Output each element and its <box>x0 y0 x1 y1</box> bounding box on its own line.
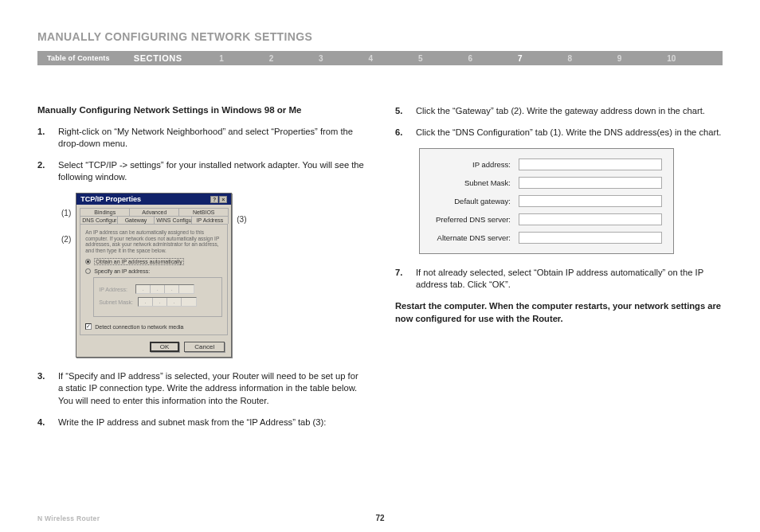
nav-section-3[interactable]: 3 <box>319 54 323 63</box>
section-nav: Table of Contents SECTIONS 12345678910 <box>37 51 723 65</box>
form-label: Preferred DNS server: <box>431 215 519 224</box>
dialog-figure: (1) (2) TCP/IP Properties ? × Bindings <box>61 193 365 358</box>
form-label: IP address: <box>431 160 519 169</box>
step-2: 2.Select “TCP/IP -> settings” for your i… <box>37 159 365 183</box>
nav-section-7[interactable]: 7 <box>518 54 523 63</box>
radio-specify[interactable]: Specify an IP address: <box>85 268 222 274</box>
callout-1: (1) <box>61 209 71 217</box>
tab-advanced[interactable]: Advanced <box>129 208 179 216</box>
nav-section-9[interactable]: 9 <box>617 54 622 63</box>
step-3: 3.If “Specify and IP address” is selecte… <box>37 370 365 406</box>
restart-note: Restart the computer. When the computer … <box>395 300 723 324</box>
nav-section-6[interactable]: 6 <box>468 54 472 63</box>
form-label: Subnet Mask: <box>431 178 519 187</box>
form-input[interactable] <box>519 232 662 244</box>
nav-section-5[interactable]: 5 <box>418 54 423 63</box>
dialog-titlebar: TCP/IP Properties ? × <box>76 194 231 205</box>
step-6: 6.Click the “DNS Configuration” tab (1).… <box>395 127 723 139</box>
subnet-mask-label: Subnet Mask: <box>99 299 133 305</box>
subheading: Manually Configuring Network Settings in… <box>37 105 365 115</box>
nav-sections-label: SECTIONS <box>119 53 197 63</box>
dialog-description: An IP address can be automatically assig… <box>85 229 222 253</box>
callouts-left: (1) (2) <box>61 209 71 261</box>
radio-icon <box>85 259 91 264</box>
form-row: Subnet Mask: <box>431 177 662 189</box>
radio-obtain-auto[interactable]: Obtain an IP address automatically <box>85 258 222 265</box>
form-label: Alternate DNS server: <box>431 233 519 242</box>
tab-gateway[interactable]: Gateway <box>117 216 155 224</box>
form-input[interactable] <box>519 195 662 207</box>
form-input[interactable] <box>519 213 662 225</box>
radio-icon <box>85 268 91 274</box>
form-row: Alternate DNS server: <box>431 232 662 244</box>
detect-checkbox[interactable]: ✓ Detect connection to network media <box>85 323 222 330</box>
nav-numbers: 12345678910 <box>197 54 723 63</box>
tab-dns[interactable]: DNS Configuration <box>80 216 118 224</box>
right-column: 5.Click the “Gateway” tab (2). Write the… <box>395 105 723 438</box>
form-row: Default gateway: <box>431 195 662 207</box>
dialog-body: An IP address can be automatically assig… <box>80 224 228 335</box>
ip-address-input[interactable]: ... <box>135 284 194 294</box>
nav-section-2[interactable]: 2 <box>269 54 274 63</box>
nav-section-10[interactable]: 10 <box>667 54 676 63</box>
form-row: Preferred DNS server: <box>431 213 662 225</box>
tab-netbios[interactable]: NetBIOS <box>178 208 229 216</box>
help-icon[interactable]: ? <box>210 196 218 203</box>
nav-section-4[interactable]: 4 <box>369 54 374 63</box>
step-4: 4.Write the IP address and subnet mask f… <box>37 417 365 428</box>
tab-ipaddress[interactable]: IP Address <box>191 216 229 224</box>
ok-button[interactable]: OK <box>150 342 180 352</box>
ip-group: IP Address: ... Subnet Mask: ... <box>93 277 222 317</box>
form-row: IP address: <box>431 158 662 170</box>
nav-section-8[interactable]: 8 <box>567 54 572 63</box>
address-form-table: IP address:Subnet Mask:Default gateway:P… <box>419 148 674 254</box>
form-label: Default gateway: <box>431 197 519 205</box>
step-7: 7.If not already selected, select “Obtai… <box>395 267 723 291</box>
tab-wins[interactable]: WINS Configuration <box>154 216 192 224</box>
form-input[interactable] <box>519 158 662 170</box>
step-1: 1.Right-click on “My Network Neighborhoo… <box>37 126 365 150</box>
cancel-button[interactable]: Cancel <box>184 342 225 352</box>
footer-page-number: 72 <box>37 514 723 522</box>
form-input[interactable] <box>519 177 662 189</box>
callout-2: (2) <box>61 235 71 244</box>
page-title: MANUALLY CONFIGURING NETWORK SETTINGS <box>37 30 723 43</box>
callout-3: (3) <box>237 215 246 224</box>
checkbox-icon: ✓ <box>85 323 92 330</box>
close-icon[interactable]: × <box>219 196 227 203</box>
ip-address-label: IP Address: <box>99 287 131 292</box>
tcpip-dialog: TCP/IP Properties ? × Bindings Advanced … <box>76 193 232 358</box>
subnet-mask-input[interactable]: ... <box>138 297 197 307</box>
left-column: Manually Configuring Network Settings in… <box>37 105 365 438</box>
nav-toc-link[interactable]: Table of Contents <box>37 54 119 62</box>
dialog-title-text: TCP/IP Properties <box>80 195 141 203</box>
tab-bindings[interactable]: Bindings <box>80 208 130 216</box>
step-5: 5.Click the “Gateway” tab (2). Write the… <box>395 105 723 117</box>
nav-section-1[interactable]: 1 <box>219 54 224 63</box>
